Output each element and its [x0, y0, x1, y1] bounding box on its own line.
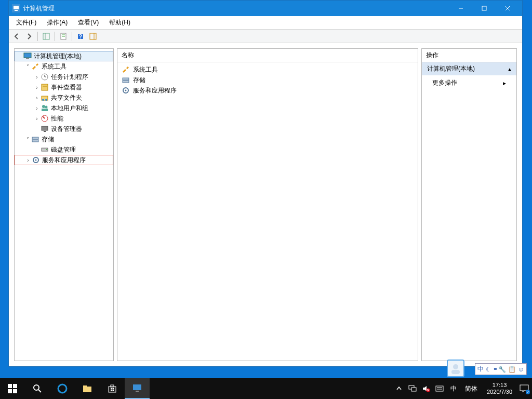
search-button[interactable]: [25, 378, 50, 399]
svg-rect-44: [451, 370, 460, 374]
collapse-icon[interactable]: ˅: [24, 64, 31, 70]
maximize-button[interactable]: [472, 1, 496, 16]
tree-services-apps[interactable]: › 服务和应用程序: [15, 155, 113, 165]
svg-rect-2: [15, 10, 18, 11]
storage-icon: [31, 135, 39, 143]
menu-file[interactable]: 文件(F): [11, 17, 42, 28]
svg-rect-28: [42, 109, 48, 111]
tree-system-tools[interactable]: ˅ 系统工具: [15, 61, 113, 72]
expand-icon[interactable]: ›: [33, 85, 41, 90]
ime-language[interactable]: 中: [448, 384, 459, 393]
expand-icon[interactable]: ›: [33, 74, 41, 80]
tree-device-manager[interactable]: 设备管理器: [15, 124, 113, 134]
floating-avatar-widget[interactable]: [447, 360, 464, 377]
services-icon: [122, 86, 130, 95]
tree-shared-folders[interactable]: › 共享文件夹: [15, 92, 113, 103]
tree-label: 任务计划程序: [51, 73, 88, 82]
svg-rect-16: [24, 53, 31, 58]
tree-local-users-groups[interactable]: › 本地用户和组: [15, 103, 113, 113]
tree-pane[interactable]: 计算机管理(本地) ˅ 系统工具 › 任务计划程序 › 事件查看器 › 共享文件…: [14, 48, 114, 361]
list-column-name[interactable]: 名称: [117, 49, 418, 62]
properties-button[interactable]: [58, 31, 69, 42]
clock-icon: [41, 73, 49, 81]
tree-event-viewer[interactable]: › 事件查看器: [15, 82, 113, 92]
action-center-icon[interactable]: 2: [520, 384, 529, 393]
content-area: 计算机管理(本地) ˅ 系统工具 › 任务计划程序 › 事件查看器 › 共享文件…: [9, 43, 522, 366]
services-icon: [32, 156, 40, 164]
tree-label: 共享文件夹: [51, 94, 82, 102]
list-item[interactable]: 服务和应用程序: [117, 85, 418, 96]
network-icon[interactable]: [408, 384, 417, 393]
help-button[interactable]: ?: [75, 31, 86, 42]
tree-label: 计算机管理(本地): [34, 52, 82, 61]
svg-rect-7: [43, 33, 49, 39]
tray-overflow-icon[interactable]: [394, 384, 404, 393]
taskbar-store[interactable]: [100, 378, 125, 399]
minimize-button[interactable]: [449, 1, 472, 16]
actions-section-label: 计算机管理(本地): [427, 64, 475, 73]
menu-action[interactable]: 操作(A): [42, 17, 73, 28]
actions-more[interactable]: 更多操作 ▸: [422, 75, 516, 90]
svg-rect-67: [436, 386, 443, 391]
svg-rect-63: [411, 388, 416, 391]
taskbar-clock[interactable]: 17:13 2020/7/30: [484, 382, 515, 395]
titlebar[interactable]: 计算机管理: [9, 1, 522, 16]
svg-rect-33: [32, 137, 38, 139]
wrench-icon[interactable]: 🔧: [498, 366, 506, 373]
tree-label: 事件查看器: [51, 83, 82, 92]
taskbar-computer-management[interactable]: [125, 378, 150, 399]
svg-point-49: [34, 385, 39, 390]
list-item-label: 存储: [133, 76, 145, 85]
system-tray: 中 简体 17:13 2020/7/30 2: [394, 378, 532, 399]
tree-disk-management[interactable]: 磁盘管理: [15, 144, 113, 155]
settings-dots-icon[interactable]: ••: [494, 366, 496, 373]
expand-icon[interactable]: ›: [24, 157, 32, 163]
menubar: 文件(F) 操作(A) 查看(V) 帮助(H): [9, 16, 522, 30]
list-pane[interactable]: 名称 系统工具 存储 服务和应用程序: [117, 48, 418, 361]
tree-storage[interactable]: ˅ 存储: [15, 134, 113, 144]
back-button[interactable]: [11, 31, 22, 42]
show-hide-tree-button[interactable]: [41, 31, 52, 42]
volume-icon[interactable]: [421, 384, 431, 393]
tree-label: 服务和应用程序: [42, 156, 86, 165]
collapse-icon[interactable]: ˅: [24, 137, 31, 142]
expand-icon[interactable]: ›: [33, 105, 41, 111]
tree-label: 设备管理器: [51, 125, 82, 134]
menu-view[interactable]: 查看(V): [73, 17, 104, 28]
svg-point-51: [58, 384, 66, 393]
svg-rect-21: [42, 84, 48, 90]
menu-help[interactable]: 帮助(H): [104, 17, 136, 28]
start-button[interactable]: [0, 378, 25, 399]
taskbar-explorer[interactable]: [75, 378, 100, 399]
svg-rect-59: [113, 390, 114, 392]
keyboard-icon[interactable]: [435, 384, 444, 393]
svg-rect-1: [14, 6, 19, 9]
floating-ime-bar[interactable]: 中 ☾ •• 🔧 📋 ☺: [475, 363, 527, 375]
tree-performance[interactable]: › 性能: [15, 113, 113, 124]
tree-label: 磁盘管理: [51, 145, 76, 154]
expand-icon[interactable]: ›: [33, 116, 41, 122]
actions-section[interactable]: 计算机管理(本地) ▴: [422, 62, 516, 75]
close-button[interactable]: [496, 1, 519, 16]
show-hide-action-pane-button[interactable]: [87, 31, 99, 42]
ime-lang-indicator[interactable]: 中: [477, 365, 484, 374]
taskbar[interactable]: 中 简体 17:13 2020/7/30 2: [0, 378, 532, 399]
tree-root[interactable]: 计算机管理(本地): [15, 51, 113, 61]
list-item[interactable]: 系统工具: [117, 64, 418, 75]
moon-icon[interactable]: ☾: [486, 366, 491, 373]
ime-mode[interactable]: 简体: [463, 384, 480, 393]
svg-point-24: [42, 99, 44, 101]
notification-badge: 2: [526, 390, 530, 394]
event-icon: [41, 83, 49, 91]
forward-button[interactable]: [23, 31, 35, 42]
tree-task-scheduler[interactable]: › 任务计划程序: [15, 72, 113, 82]
tools-icon: [122, 65, 130, 74]
face-icon[interactable]: ☺: [518, 366, 524, 373]
svg-rect-48: [13, 389, 17, 393]
clipboard-icon[interactable]: 📋: [508, 366, 516, 373]
svg-point-36: [46, 149, 47, 150]
actions-header: 操作: [422, 49, 516, 62]
taskbar-edge[interactable]: [50, 378, 75, 399]
list-item[interactable]: 存储: [117, 75, 418, 85]
expand-icon[interactable]: ›: [33, 95, 41, 101]
